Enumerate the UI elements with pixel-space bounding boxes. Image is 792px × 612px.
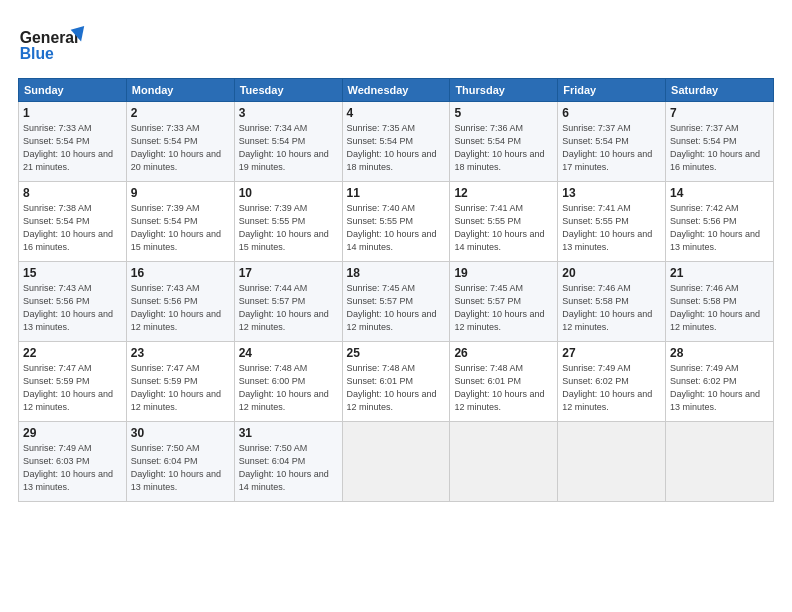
calendar-cell [342, 422, 450, 502]
calendar-cell: 13 Sunrise: 7:41 AM Sunset: 5:55 PM Dayl… [558, 182, 666, 262]
day-info: Sunrise: 7:43 AM Sunset: 5:56 PM Dayligh… [23, 282, 122, 334]
header: General Blue [18, 18, 774, 68]
calendar-cell: 20 Sunrise: 7:46 AM Sunset: 5:58 PM Dayl… [558, 262, 666, 342]
calendar-cell: 26 Sunrise: 7:48 AM Sunset: 6:01 PM Dayl… [450, 342, 558, 422]
calendar-cell: 4 Sunrise: 7:35 AM Sunset: 5:54 PM Dayli… [342, 102, 450, 182]
day-number: 21 [670, 266, 769, 280]
calendar-cell: 21 Sunrise: 7:46 AM Sunset: 5:58 PM Dayl… [666, 262, 774, 342]
logo-svg: General Blue [18, 18, 88, 68]
calendar-cell: 11 Sunrise: 7:40 AM Sunset: 5:55 PM Dayl… [342, 182, 450, 262]
day-number: 25 [347, 346, 446, 360]
day-info: Sunrise: 7:37 AM Sunset: 5:54 PM Dayligh… [562, 122, 661, 174]
day-number: 11 [347, 186, 446, 200]
calendar-cell: 5 Sunrise: 7:36 AM Sunset: 5:54 PM Dayli… [450, 102, 558, 182]
calendar-cell: 2 Sunrise: 7:33 AM Sunset: 5:54 PM Dayli… [126, 102, 234, 182]
day-number: 6 [562, 106, 661, 120]
day-number: 7 [670, 106, 769, 120]
day-number: 13 [562, 186, 661, 200]
day-info: Sunrise: 7:39 AM Sunset: 5:54 PM Dayligh… [131, 202, 230, 254]
calendar-cell: 31 Sunrise: 7:50 AM Sunset: 6:04 PM Dayl… [234, 422, 342, 502]
page: General Blue Sunday Monday Tuesday Wedne… [0, 0, 792, 612]
day-number: 27 [562, 346, 661, 360]
calendar-cell: 15 Sunrise: 7:43 AM Sunset: 5:56 PM Dayl… [19, 262, 127, 342]
calendar-cell: 19 Sunrise: 7:45 AM Sunset: 5:57 PM Dayl… [450, 262, 558, 342]
day-info: Sunrise: 7:47 AM Sunset: 5:59 PM Dayligh… [23, 362, 122, 414]
day-number: 20 [562, 266, 661, 280]
day-info: Sunrise: 7:41 AM Sunset: 5:55 PM Dayligh… [562, 202, 661, 254]
day-number: 15 [23, 266, 122, 280]
day-number: 18 [347, 266, 446, 280]
day-info: Sunrise: 7:42 AM Sunset: 5:56 PM Dayligh… [670, 202, 769, 254]
day-number: 22 [23, 346, 122, 360]
day-info: Sunrise: 7:48 AM Sunset: 6:00 PM Dayligh… [239, 362, 338, 414]
day-number: 4 [347, 106, 446, 120]
day-info: Sunrise: 7:45 AM Sunset: 5:57 PM Dayligh… [347, 282, 446, 334]
calendar-cell: 12 Sunrise: 7:41 AM Sunset: 5:55 PM Dayl… [450, 182, 558, 262]
calendar-row-5: 29 Sunrise: 7:49 AM Sunset: 6:03 PM Dayl… [19, 422, 774, 502]
day-number: 12 [454, 186, 553, 200]
calendar-cell: 10 Sunrise: 7:39 AM Sunset: 5:55 PM Dayl… [234, 182, 342, 262]
header-saturday: Saturday [666, 79, 774, 102]
day-number: 14 [670, 186, 769, 200]
header-monday: Monday [126, 79, 234, 102]
calendar-cell: 23 Sunrise: 7:47 AM Sunset: 5:59 PM Dayl… [126, 342, 234, 422]
calendar-cell: 7 Sunrise: 7:37 AM Sunset: 5:54 PM Dayli… [666, 102, 774, 182]
header-friday: Friday [558, 79, 666, 102]
calendar-row-3: 15 Sunrise: 7:43 AM Sunset: 5:56 PM Dayl… [19, 262, 774, 342]
header-tuesday: Tuesday [234, 79, 342, 102]
day-number: 3 [239, 106, 338, 120]
day-info: Sunrise: 7:48 AM Sunset: 6:01 PM Dayligh… [454, 362, 553, 414]
day-number: 24 [239, 346, 338, 360]
day-info: Sunrise: 7:50 AM Sunset: 6:04 PM Dayligh… [131, 442, 230, 494]
calendar-cell: 30 Sunrise: 7:50 AM Sunset: 6:04 PM Dayl… [126, 422, 234, 502]
calendar-cell: 29 Sunrise: 7:49 AM Sunset: 6:03 PM Dayl… [19, 422, 127, 502]
day-number: 2 [131, 106, 230, 120]
day-info: Sunrise: 7:33 AM Sunset: 5:54 PM Dayligh… [23, 122, 122, 174]
calendar-cell [558, 422, 666, 502]
day-info: Sunrise: 7:35 AM Sunset: 5:54 PM Dayligh… [347, 122, 446, 174]
day-number: 26 [454, 346, 553, 360]
day-info: Sunrise: 7:45 AM Sunset: 5:57 PM Dayligh… [454, 282, 553, 334]
day-info: Sunrise: 7:50 AM Sunset: 6:04 PM Dayligh… [239, 442, 338, 494]
day-info: Sunrise: 7:49 AM Sunset: 6:02 PM Dayligh… [670, 362, 769, 414]
day-info: Sunrise: 7:37 AM Sunset: 5:54 PM Dayligh… [670, 122, 769, 174]
day-number: 29 [23, 426, 122, 440]
day-number: 5 [454, 106, 553, 120]
calendar-cell: 9 Sunrise: 7:39 AM Sunset: 5:54 PM Dayli… [126, 182, 234, 262]
header-sunday: Sunday [19, 79, 127, 102]
day-number: 19 [454, 266, 553, 280]
calendar-cell [666, 422, 774, 502]
logo: General Blue [18, 18, 88, 68]
day-number: 17 [239, 266, 338, 280]
calendar-cell: 3 Sunrise: 7:34 AM Sunset: 5:54 PM Dayli… [234, 102, 342, 182]
day-info: Sunrise: 7:40 AM Sunset: 5:55 PM Dayligh… [347, 202, 446, 254]
calendar-row-4: 22 Sunrise: 7:47 AM Sunset: 5:59 PM Dayl… [19, 342, 774, 422]
day-info: Sunrise: 7:39 AM Sunset: 5:55 PM Dayligh… [239, 202, 338, 254]
day-number: 31 [239, 426, 338, 440]
day-number: 10 [239, 186, 338, 200]
calendar-cell: 17 Sunrise: 7:44 AM Sunset: 5:57 PM Dayl… [234, 262, 342, 342]
day-info: Sunrise: 7:48 AM Sunset: 6:01 PM Dayligh… [347, 362, 446, 414]
day-info: Sunrise: 7:33 AM Sunset: 5:54 PM Dayligh… [131, 122, 230, 174]
day-info: Sunrise: 7:36 AM Sunset: 5:54 PM Dayligh… [454, 122, 553, 174]
day-info: Sunrise: 7:38 AM Sunset: 5:54 PM Dayligh… [23, 202, 122, 254]
day-number: 9 [131, 186, 230, 200]
day-number: 8 [23, 186, 122, 200]
calendar-cell [450, 422, 558, 502]
day-number: 23 [131, 346, 230, 360]
calendar-cell: 8 Sunrise: 7:38 AM Sunset: 5:54 PM Dayli… [19, 182, 127, 262]
day-number: 16 [131, 266, 230, 280]
calendar-cell: 24 Sunrise: 7:48 AM Sunset: 6:00 PM Dayl… [234, 342, 342, 422]
calendar-table: Sunday Monday Tuesday Wednesday Thursday… [18, 78, 774, 502]
calendar-cell: 6 Sunrise: 7:37 AM Sunset: 5:54 PM Dayli… [558, 102, 666, 182]
day-info: Sunrise: 7:49 AM Sunset: 6:03 PM Dayligh… [23, 442, 122, 494]
day-info: Sunrise: 7:41 AM Sunset: 5:55 PM Dayligh… [454, 202, 553, 254]
header-wednesday: Wednesday [342, 79, 450, 102]
calendar-row-1: 1 Sunrise: 7:33 AM Sunset: 5:54 PM Dayli… [19, 102, 774, 182]
calendar-cell: 16 Sunrise: 7:43 AM Sunset: 5:56 PM Dayl… [126, 262, 234, 342]
calendar-cell: 14 Sunrise: 7:42 AM Sunset: 5:56 PM Dayl… [666, 182, 774, 262]
calendar-row-2: 8 Sunrise: 7:38 AM Sunset: 5:54 PM Dayli… [19, 182, 774, 262]
calendar-cell: 25 Sunrise: 7:48 AM Sunset: 6:01 PM Dayl… [342, 342, 450, 422]
header-thursday: Thursday [450, 79, 558, 102]
calendar-header-row: Sunday Monday Tuesday Wednesday Thursday… [19, 79, 774, 102]
